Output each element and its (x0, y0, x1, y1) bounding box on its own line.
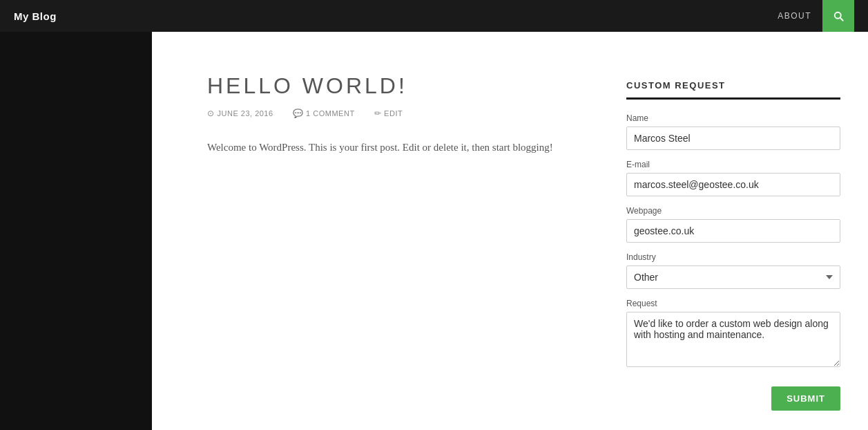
submit-button[interactable]: SUBMIT (771, 386, 840, 411)
edit-icon: ✏ (374, 109, 382, 118)
webpage-group: Webpage (626, 206, 840, 243)
email-label: E-mail (626, 160, 840, 169)
site-title: My Blog (14, 10, 57, 22)
form-section-title: CUSTOM REQUEST (626, 80, 840, 100)
post-edit[interactable]: ✏ EDIT (374, 109, 403, 118)
main-content: HELLO WORLD! ⊙ JUNE 23, 2016 💬 1 COMMENT… (152, 32, 868, 430)
request-group: Request (626, 299, 840, 370)
search-button[interactable] (822, 0, 854, 32)
name-group: Name (626, 113, 840, 150)
webpage-label: Webpage (626, 206, 840, 216)
post-edit-label: EDIT (384, 109, 403, 118)
article-area: HELLO WORLD! ⊙ JUNE 23, 2016 💬 1 COMMENT… (207, 73, 585, 411)
industry-select[interactable]: OtherTechnologyFinanceHealthcareEducatio… (626, 265, 840, 289)
name-input[interactable] (626, 127, 840, 150)
email-group: E-mail (626, 160, 840, 196)
request-textarea[interactable] (626, 312, 840, 367)
post-comment-count: 1 COMMENT (306, 109, 355, 118)
post-date: ⊙ JUNE 23, 2016 (207, 109, 273, 118)
email-input[interactable] (626, 173, 840, 196)
post-comments[interactable]: 💬 1 COMMENT (293, 109, 355, 118)
about-nav-link[interactable]: ABOUT (766, 0, 822, 32)
clock-icon: ⊙ (207, 109, 215, 118)
post-date-text: JUNE 23, 2016 (218, 109, 273, 118)
industry-label: Industry (626, 252, 840, 262)
search-icon (832, 10, 845, 22)
sidebar-left (0, 32, 152, 430)
comment-icon: 💬 (293, 109, 304, 118)
post-meta: ⊙ JUNE 23, 2016 💬 1 COMMENT ✏ EDIT (207, 109, 585, 118)
post-body: Welcome to WordPress. This is your first… (207, 139, 585, 157)
main-nav: ABOUT (766, 0, 854, 32)
page-wrapper: HELLO WORLD! ⊙ JUNE 23, 2016 💬 1 COMMENT… (0, 32, 868, 430)
request-label: Request (626, 299, 840, 308)
industry-group: Industry OtherTechnologyFinanceHealthcar… (626, 252, 840, 289)
sidebar-right: CUSTOM REQUEST Name E-mail Webpage Indus… (626, 73, 840, 411)
post-title: HELLO WORLD! (207, 73, 585, 99)
webpage-input[interactable] (626, 219, 840, 243)
site-header: My Blog ABOUT (0, 0, 868, 32)
name-label: Name (626, 113, 840, 123)
